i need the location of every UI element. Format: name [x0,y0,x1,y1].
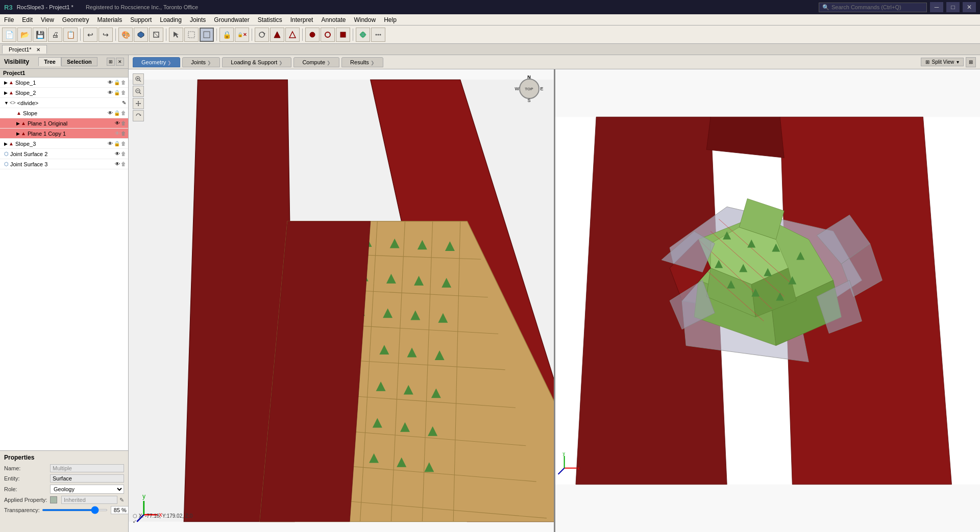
tb-sep-5 [252,29,252,41]
plane1copy-del[interactable]: 🗑 [121,131,126,136]
menu-item-edit[interactable]: Edit [18,15,37,24]
tab-close-icon[interactable]: ✕ [36,47,40,53]
js3-del[interactable]: 🗑 [121,161,126,167]
circle-tool-button[interactable] [305,28,320,42]
applied-edit-icon[interactable]: ✎ [119,497,124,503]
tree-item-slope-inner[interactable]: ▲ Slope 👁 🔒 🗑 [0,108,128,118]
view-extra-button[interactable]: ⊞ [966,57,976,67]
menu-item-joints[interactable]: Joints [186,15,210,24]
plane1-del[interactable]: 🗑 [121,120,126,126]
tree-item-slope1[interactable]: ▶ ▲ Slope_1 👁 🔒 🗑 [0,78,128,88]
slope-inner-eye[interactable]: 👁 [108,110,113,116]
open-button[interactable]: 📂 [17,28,32,42]
new-button[interactable]: 📄 [2,28,16,42]
menu-item-interpret[interactable]: Interpret [286,15,317,24]
panel-config-button[interactable]: ⊞ [107,58,115,66]
divide-edit-icon[interactable]: ✎ [122,100,126,106]
minimize-button[interactable]: ─ [930,2,943,12]
project-tab[interactable]: Project1* ✕ [2,45,47,54]
menu-item-file[interactable]: File [0,15,18,24]
geometry-add-button[interactable] [270,28,284,42]
rotate-tool-button[interactable] [255,28,269,42]
pan-button[interactable] [133,98,144,109]
slope-inner-lock[interactable]: 🔒 [114,110,120,116]
slope2-lock-icon[interactable]: 🔒 [114,90,120,95]
slope3-eye[interactable]: 👁 [108,141,113,146]
box-select-button[interactable] [184,28,199,42]
tree-item-slope2[interactable]: ▶ ▲ Slope_2 👁 🔒 🗑 [0,88,128,98]
zoom-in-button[interactable] [133,73,144,85]
menu-item-help[interactable]: Help [380,15,401,24]
prop-role-select[interactable]: Geology [50,485,124,494]
menu-item-loading[interactable]: Loading [156,15,186,24]
geometry-tool2-button[interactable] [285,28,300,42]
js2-eye[interactable]: 👁 [115,151,120,157]
slope3-lock[interactable]: 🔒 [114,141,120,146]
slope3-del[interactable]: 🗑 [121,141,126,146]
undo-button[interactable]: ↩ [83,28,97,42]
tb-sep-2 [115,29,116,41]
rotate-view-button[interactable] [133,110,144,121]
slope-inner-del[interactable]: 🗑 [121,110,126,116]
tree-item-divide[interactable]: ▼ <> <divide> ✎ [0,98,128,108]
ring-tool-button[interactable] [321,28,335,42]
titlebar-right[interactable]: 🔍 ─ □ ✕ [819,2,976,12]
save-button[interactable]: 💾 [33,28,47,42]
workflow-tab-joints[interactable]: Joints [182,57,220,67]
workflow-tab-geometry[interactable]: Geometry [133,57,180,67]
move-button[interactable] [356,28,370,42]
lock-x-button[interactable]: 🔒✕ [235,28,249,42]
prop-transparency-label: Transparency: [4,507,40,513]
del-icon[interactable]: 🗑 [121,80,126,85]
zoom-out-button[interactable] [133,86,144,97]
tree-item-jointsurface2[interactable]: ⬡ Joint Surface 2 👁 🗑 [0,149,128,159]
menu-item-groundwater[interactable]: Groundwater [210,15,253,24]
tree-item-slope3[interactable]: ▶ ▲ Slope_3 👁 🔒 🗑 [0,139,128,149]
left-viewport[interactable]: x y N TOP S E W [129,69,554,532]
select-button[interactable] [169,28,183,42]
view3d-button[interactable] [134,28,148,42]
visibility-tabs: Tree Selection [38,57,97,66]
active-tool-button[interactable] [200,28,214,42]
js3-eye[interactable]: 👁 [115,161,120,167]
plane1-eye[interactable]: 👁 [115,120,120,126]
color-button[interactable]: 🎨 [118,28,133,42]
right-viewport[interactable]: x y [554,69,981,532]
menu-item-statistics[interactable]: Statistics [254,15,286,24]
plane1copy-eye[interactable]: 👁 [115,131,120,136]
eye-icon[interactable]: 👁 [108,80,113,85]
tree-item-jointsurface3[interactable]: ⬡ Joint Surface 3 👁 🗑 [0,159,128,169]
tree-item-plane1copy[interactable]: ▶ ▲ Plane 1 Copy 1 👁 🗑 [0,129,128,139]
js2-del[interactable]: 🗑 [121,151,126,157]
slope2-del-icon[interactable]: 🗑 [121,90,126,95]
lock-button[interactable]: 🔒 [219,28,234,42]
menu-item-support[interactable]: Support [126,15,156,24]
menu-item-view[interactable]: View [37,15,58,24]
print-button[interactable]: 🖨 [48,28,62,42]
workflow-tab-compute[interactable]: Compute [293,57,339,67]
search-input[interactable] [831,4,923,10]
redo-button[interactable]: ↪ [99,28,113,42]
selection-tab[interactable]: Selection [61,57,97,66]
close-button[interactable]: ✕ [963,2,976,12]
tree-tab[interactable]: Tree [38,57,61,66]
workflow-tab-results[interactable]: Results [341,57,383,67]
tree-item-plane1[interactable]: ▶ ▲ Plane 1 Original 👁 🗑 [0,118,128,129]
transparency-slider[interactable] [42,509,108,511]
menu-item-materials[interactable]: Materials [93,15,127,24]
lock-icon[interactable]: 🔒 [114,80,120,85]
split-view-button[interactable]: ⊞ Split View ▾ [921,58,964,66]
menu-item-annotate[interactable]: Annotate [317,15,350,24]
svg-text:x: x [577,466,580,471]
view2d-button[interactable] [149,28,163,42]
slope2-eye-icon[interactable]: 👁 [108,90,113,95]
workflow-tab-loading[interactable]: Loading & Support [222,57,291,67]
maximize-button[interactable]: □ [946,2,960,12]
menu-item-window[interactable]: Window [350,15,380,24]
square-tool-button[interactable] [336,28,350,42]
more-tools-button[interactable] [371,28,385,42]
copy-button[interactable]: 📋 [63,28,78,42]
panel-close-button[interactable]: ✕ [116,58,124,66]
menu-item-geometry[interactable]: Geometry [58,15,93,24]
view-controls: ⊞ Split View ▾ ⊞ [921,57,976,67]
